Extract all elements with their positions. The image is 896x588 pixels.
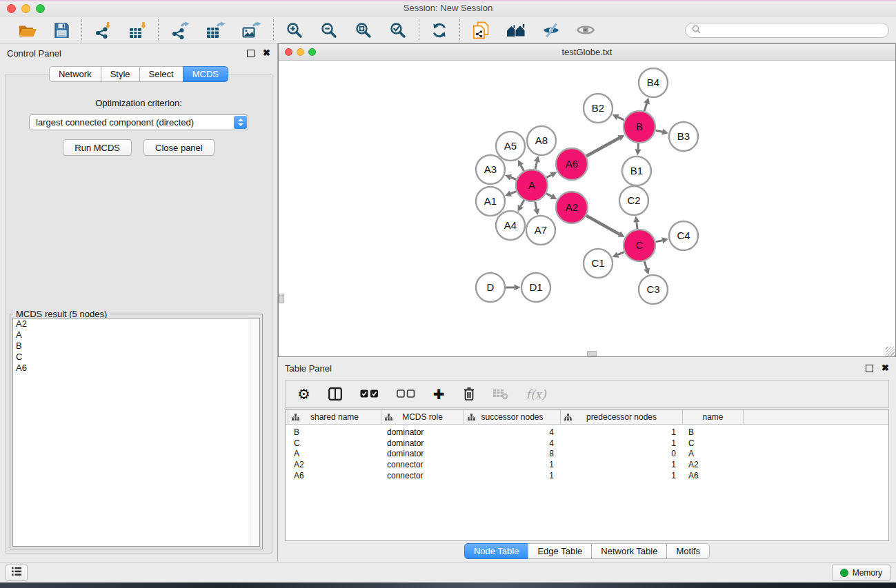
cell-successor-nodes[interactable]: 4 [464, 438, 561, 448]
graph-node-C3[interactable]: C3 [639, 275, 668, 304]
graph-node-B[interactable]: B [624, 111, 655, 143]
zoom-selected-button[interactable] [389, 21, 407, 39]
table-row[interactable]: Cdominator41C [286, 438, 888, 449]
search-input[interactable] [705, 25, 882, 36]
graph-node-B4[interactable]: B4 [639, 68, 668, 97]
close-table-panel-icon[interactable]: ✖ [882, 365, 889, 372]
tab-select[interactable]: Select [139, 66, 183, 82]
cell-name[interactable]: A6 [683, 471, 744, 480]
mcds-result-list[interactable]: A2ABCA6 [12, 318, 260, 547]
tab-motifs[interactable]: Motifs [666, 543, 710, 559]
graph-edge-A-A4[interactable] [518, 200, 524, 212]
graph-node-A2[interactable]: A2 [556, 192, 588, 223]
memory-button[interactable]: Memory [832, 565, 890, 581]
graph-edge-B-B1[interactable] [635, 143, 641, 156]
network-canvas[interactable]: B4B2BB3A8A5A6A3B1AA1C2A2A4A7C4CC1DD1C3 [279, 61, 895, 356]
table-row[interactable]: Bdominator41B [286, 427, 888, 438]
mcds-result-item[interactable]: A [13, 330, 259, 341]
cell-successor-nodes[interactable]: 4 [464, 427, 561, 437]
import-network-button[interactable] [94, 21, 112, 39]
cell-name[interactable]: A2 [683, 460, 744, 469]
tab-network-table[interactable]: Network Table [591, 543, 667, 559]
cell-mcds-role[interactable]: connector [381, 460, 464, 469]
table-row[interactable]: A6connector11A6 [286, 470, 888, 481]
result-list-scrollbar[interactable] [250, 318, 259, 546]
refresh-layout-button[interactable] [431, 22, 448, 39]
import-table-button[interactable] [128, 21, 146, 39]
graph-node-A7[interactable]: A7 [526, 216, 555, 245]
graph-node-B2[interactable]: B2 [584, 94, 613, 123]
cell-shared-name[interactable]: A [288, 449, 381, 458]
graph-edge-C-C2[interactable] [633, 216, 639, 229]
run-mcds-button[interactable]: Run MCDS [63, 139, 132, 156]
zoom-in-button[interactable] [286, 21, 303, 39]
float-panel-icon[interactable] [247, 50, 255, 57]
graph-node-A3[interactable]: A3 [476, 155, 505, 184]
float-table-panel-icon[interactable] [866, 365, 873, 372]
graph-node-D1[interactable]: D1 [521, 273, 550, 302]
graph-node-B1[interactable]: B1 [622, 156, 651, 185]
graph-node-C[interactable]: C [624, 230, 655, 261]
graph-edge-A-A1[interactable] [505, 190, 517, 196]
graph-node-C2[interactable]: C2 [619, 186, 648, 215]
tab-node-table[interactable]: Node Table [464, 543, 529, 559]
cell-mcds-role[interactable]: dominator [381, 438, 464, 448]
cell-predecessor-nodes[interactable]: 1 [561, 427, 683, 437]
graph-node-A4[interactable]: A4 [496, 211, 525, 240]
cell-shared-name[interactable]: A6 [288, 471, 381, 480]
graph-node-B3[interactable]: B3 [669, 122, 698, 151]
graph-node-A[interactable]: A [516, 170, 548, 201]
column-layout-button[interactable] [328, 387, 342, 401]
optimization-criterion-select[interactable]: largest connected component (directed) [29, 114, 248, 130]
graph-edge-B-B2[interactable] [613, 114, 625, 120]
graph-edge-D-D1[interactable] [506, 284, 521, 290]
zoom-out-button[interactable] [320, 21, 338, 39]
export-network-button[interactable] [170, 21, 190, 39]
tab-network[interactable]: Network [49, 66, 101, 82]
cell-name[interactable]: B [683, 427, 744, 437]
mcds-result-item[interactable]: A6 [13, 363, 259, 374]
export-table-button[interactable] [206, 21, 226, 39]
graph-edge-A2-C[interactable] [586, 216, 625, 237]
save-session-button[interactable] [54, 22, 70, 38]
column-header-mcds-role[interactable]: MCDS role [381, 410, 464, 424]
hide-graphics-details-button[interactable] [542, 22, 560, 39]
deselect-all-checks-button[interactable] [397, 389, 415, 398]
tab-style[interactable]: Style [101, 66, 140, 82]
graph-node-C4[interactable]: C4 [669, 221, 698, 250]
graph-node-A8[interactable]: A8 [527, 126, 556, 155]
cell-successor-nodes[interactable]: 8 [464, 449, 561, 458]
tab-mcds[interactable]: MCDS [183, 66, 228, 82]
zoom-fit-button[interactable] [355, 21, 372, 39]
graph-node-D[interactable]: D [476, 273, 505, 302]
graph-edge-C-C4[interactable] [655, 237, 668, 243]
graph-edge-A-A5[interactable] [518, 160, 524, 171]
graph-node-C1[interactable]: C1 [584, 249, 613, 278]
graph-edge-A-A3[interactable] [505, 174, 517, 181]
cell-mcds-role[interactable]: connector [381, 471, 464, 480]
select-all-checks-button[interactable] [360, 389, 379, 398]
cell-predecessor-nodes[interactable]: 1 [561, 471, 683, 480]
cell-predecessor-nodes[interactable]: 0 [561, 449, 683, 458]
show-panels-button[interactable] [6, 565, 28, 581]
cell-name[interactable]: A [683, 449, 744, 458]
table-row[interactable]: Adominator80A [286, 449, 888, 460]
mcds-result-item[interactable]: B [13, 341, 259, 352]
table-row[interactable]: A2connector11A2 [286, 459, 888, 470]
home-layout-button[interactable] [506, 22, 526, 38]
cell-mcds-role[interactable]: dominator [381, 449, 464, 458]
graph-edge-A-A6[interactable] [546, 172, 557, 178]
cell-shared-name[interactable]: B [288, 427, 381, 437]
column-header-name[interactable]: name [683, 410, 744, 424]
column-header-successor-nodes[interactable]: successor nodes [464, 410, 561, 424]
add-column-button[interactable]: ✚ [433, 387, 445, 401]
open-folder-button[interactable] [19, 23, 37, 38]
clone-network-button[interactable] [472, 21, 490, 39]
graph-node-A5[interactable]: A5 [496, 132, 525, 161]
column-header-predecessor-nodes[interactable]: predecessor nodes [561, 410, 683, 424]
cell-name[interactable]: C [683, 438, 744, 448]
export-image-button[interactable] [242, 21, 261, 39]
graph-edge-C-C3[interactable] [644, 261, 650, 275]
search-box[interactable] [685, 23, 889, 38]
settings-gear-button[interactable]: ⚙ [297, 387, 310, 401]
